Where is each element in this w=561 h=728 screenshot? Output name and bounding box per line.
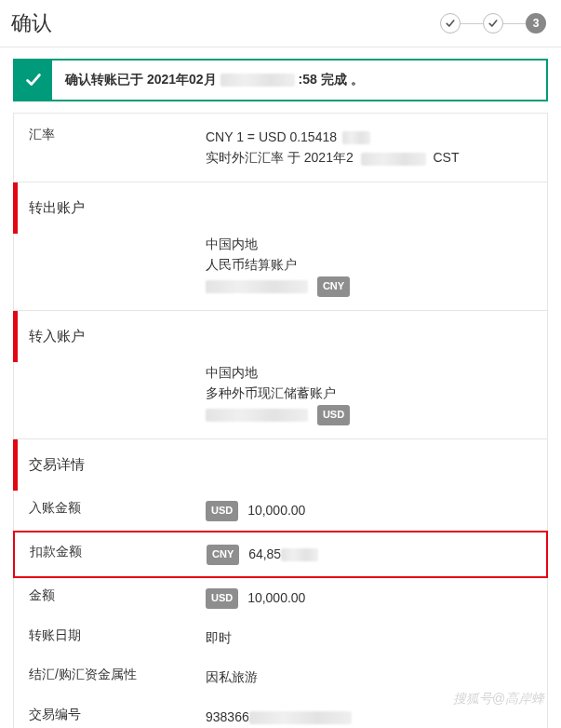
redacted-rate-date	[361, 153, 426, 166]
debit-amount-row-highlighted: 扣款金额 CNY 64,85	[13, 531, 548, 578]
amount: 10,000.00	[247, 590, 305, 605]
success-banner: 确认转账已于 2021年02月 :58 完成 。	[13, 59, 548, 101]
content-area: 汇率 CNY 1 = USD 0.15418 实时外汇汇率 于 2021年2 C…	[0, 113, 561, 728]
step-1-done	[440, 13, 461, 34]
reference-value: 938366	[206, 707, 532, 727]
amount-row: 金额 USD 10,000.00	[14, 578, 547, 618]
step-divider	[461, 23, 483, 24]
credit-currency-badge: USD	[206, 501, 238, 521]
redacted-out-account-number	[206, 280, 308, 293]
check-icon	[15, 61, 52, 100]
step-3-current: 3	[526, 13, 546, 34]
details-title: 交易详情	[14, 439, 547, 491]
success-suffix: :58 完成 。	[299, 72, 364, 88]
rate-label: 汇率	[29, 127, 206, 169]
transfer-date-label: 转账日期	[29, 627, 206, 648]
rate-value: CNY 1 = USD 0.15418 实时外汇汇率 于 2021年2 CST	[206, 127, 532, 169]
out-account-region: 中国内地	[206, 234, 532, 254]
credit-amount-label: 入账金额	[29, 500, 206, 521]
page-header: 确认 3	[0, 0, 561, 47]
credit-amount-value: USD 10,000.00	[206, 500, 532, 521]
credit-amount-row: 入账金额 USD 10,000.00	[14, 491, 547, 531]
step-2-done	[483, 13, 503, 34]
in-account-region: 中国内地	[206, 362, 532, 383]
amount-currency-badge: USD	[206, 588, 238, 609]
amount-label: 金额	[29, 587, 206, 609]
credit-amount: 10,000.00	[247, 503, 305, 518]
reference-row: 交易编号 938366	[14, 697, 547, 728]
reference-number: 938366	[206, 709, 249, 724]
rate-section: 汇率 CNY 1 = USD 0.15418 实时外汇汇率 于 2021年2 C…	[13, 113, 548, 182]
rate-row: 汇率 CNY 1 = USD 0.15418 实时外汇汇率 于 2021年2 C…	[14, 114, 547, 182]
redacted-in-account-number	[206, 409, 308, 422]
debit-amount-value: CNY 64,85	[207, 544, 531, 565]
redacted-reference-tail	[249, 711, 352, 724]
redacted-date	[220, 74, 295, 87]
transfer-date-row: 转账日期 即时	[14, 618, 547, 657]
out-account-type: 人民币结算账户	[206, 254, 532, 275]
out-account-section: 转出账户 中国内地 人民币结算账户 CNY	[13, 182, 548, 311]
in-account-currency-badge: USD	[317, 405, 350, 425]
success-prefix: 确认转账已于 2021年02月	[65, 72, 217, 88]
debit-currency-badge: CNY	[207, 545, 239, 565]
step-divider	[503, 23, 526, 24]
rate-value-line2-prefix: 实时外汇汇率 于 2021年2	[206, 150, 354, 165]
out-account-currency-badge: CNY	[317, 276, 350, 297]
redacted-rate-tail	[342, 131, 370, 144]
in-account-section: 转入账户 中国内地 多种外币现汇储蓄账户 USD	[13, 311, 548, 439]
progress-steps: 3	[440, 13, 546, 34]
purpose-value: 因私旅游	[206, 667, 532, 687]
rate-value-line2-suffix: CST	[434, 150, 460, 165]
redacted-debit-tail	[281, 548, 318, 561]
out-account-title: 转出账户	[14, 182, 547, 234]
rate-value-line1: CNY 1 = USD 0.15418	[206, 129, 337, 144]
reference-label: 交易编号	[29, 707, 206, 727]
out-account-value: 中国内地 人民币结算账户 CNY	[206, 234, 532, 297]
debit-amount: 64,85	[248, 546, 281, 561]
in-account-row: 中国内地 多种外币现汇储蓄账户 USD	[14, 362, 547, 438]
details-section: 交易详情 入账金额 USD 10,000.00 扣款金额 CNY 64,85 金…	[13, 439, 548, 728]
in-account-title: 转入账户	[14, 311, 547, 362]
transfer-date-value: 即时	[206, 627, 532, 648]
in-account-type: 多种外币现汇储蓄账户	[206, 383, 532, 403]
success-message: 确认转账已于 2021年02月 :58 完成 。	[52, 61, 546, 100]
page-title: 确认	[11, 9, 52, 37]
out-account-row: 中国内地 人民币结算账户 CNY	[14, 234, 547, 310]
debit-amount-label: 扣款金额	[30, 544, 207, 565]
purpose-label: 结汇/购汇资金属性	[29, 667, 206, 687]
amount-value: USD 10,000.00	[206, 587, 532, 609]
in-account-value: 中国内地 多种外币现汇储蓄账户 USD	[206, 362, 532, 425]
purpose-row: 结汇/购汇资金属性 因私旅游	[14, 657, 547, 696]
